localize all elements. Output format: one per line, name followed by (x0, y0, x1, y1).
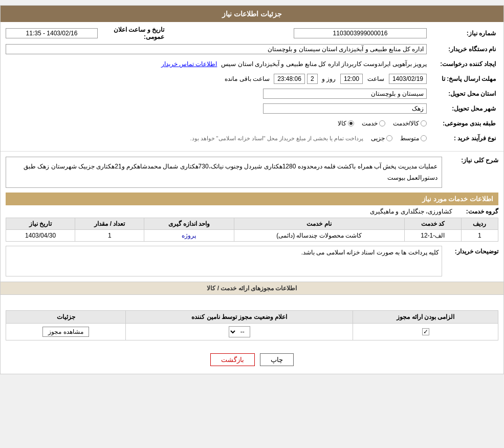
radio-dot-kala-khadmat (421, 120, 427, 126)
alam-select[interactable]: -- (229, 326, 250, 337)
mojozha-section-title: اطلاعات مجوزهای ارائه خدمت / کالا (1, 282, 503, 295)
footer-buttons: چاپ بازگشت (1, 346, 503, 374)
radio-dot-kala (348, 120, 354, 126)
nooe-option-motavaset: متوسط (400, 135, 419, 142)
col-tarikh: تاریخ نیاز (6, 218, 75, 230)
gorooh-label: گروه خدمت: (457, 208, 498, 215)
col-radif: ردیف (461, 218, 498, 230)
khadamat-section-title: اطلاعات خدمات مورد نیاز (6, 193, 498, 205)
mohlat-day-label: روز و (320, 75, 338, 82)
mohlat-remain-label: ساعت باقی مانده (223, 75, 272, 82)
sharh-content: عملیات مدیریت پخش آب همراه باکشت فلمه در… (6, 157, 442, 188)
ostan-value: سیستان و بلوچستان (263, 89, 427, 99)
shomara-niaz-value: 1103003999000016 (294, 28, 427, 38)
mohlat-time-remain: 23:48:06 (274, 74, 305, 84)
perm-col-alam: اعلام وضعیت مجوز توسط نامین کننده (126, 311, 353, 324)
radio-khadmat: خدمت (362, 120, 385, 127)
tozihat-label: توضیحات خریدار: (447, 246, 498, 255)
tarikh-label: تاریخ و ساعت اعلان عمومی: (98, 26, 169, 40)
shomara-niaz-label: شماره نیاز: (427, 30, 498, 37)
mohlat-label: مهلت ارسال پاسخ: تا (427, 75, 498, 82)
back-button[interactable]: بازگشت (210, 353, 255, 366)
elzami-checkbox: ✓ (422, 328, 429, 335)
radio-kala: کالا (338, 120, 354, 127)
nam-dastgah-label: نام دستگاه خریدار: (427, 46, 498, 53)
radio-dot-motavaset (421, 135, 427, 141)
mohlat-date: 1403/02/19 (389, 74, 427, 84)
perm-elzami: ✓ (353, 324, 498, 340)
col-name: نام خدمت (234, 218, 404, 230)
cell-vahed: پروژه (144, 230, 234, 242)
cell-tarikh: 1403/04/30 (6, 230, 75, 242)
shahr-value: زهک (263, 103, 427, 114)
mohlat-time-label: ساعت (365, 75, 386, 82)
radio-dot-jozii (386, 135, 392, 141)
perm-joziyat: مشاهده مجوز (6, 324, 126, 340)
radio-jozii: جزیی (371, 135, 392, 142)
print-button[interactable]: چاپ (260, 353, 294, 366)
radio-motavaset: متوسط (400, 135, 427, 142)
perm-table: الزامی بودن ارائه مجوز اعلام وضعیت مجوز … (6, 310, 498, 340)
col-tedad: تعداد / مقدار (75, 218, 144, 230)
perm-col-elzami: الزامی بودن ارائه مجوز (353, 311, 498, 324)
gorooh-value: کشاورزی، جنگلداری و ماهیگیری (370, 208, 452, 215)
cell-tedad: 1 (75, 230, 144, 242)
ijad-value: پرویز برآهویی ایراندوست کاربرداز اداره ک… (221, 60, 427, 68)
nooe-farayand-label: نوع فرآیند خرید : (427, 135, 498, 142)
radio-dot-khadmat (379, 120, 385, 126)
tabaqe-label: طبقه بندی موضوعی: (427, 120, 498, 127)
ettelaat-tamas-link[interactable]: اطلاعات تماس خریدار (161, 60, 217, 68)
view-mojoz-button[interactable]: مشاهده مجوز (42, 327, 89, 337)
table-row: 1 الف-1-12 کاشت محصولات چندساله (دائمی) … (6, 230, 498, 242)
nam-dastgah-value: اداره کل منابع طبیعی و آبخیزداری استان س… (6, 44, 427, 54)
cell-name: کاشت محصولات چندساله (دائمی) (234, 230, 404, 242)
perm-col-joziyat: جزئیات (6, 311, 126, 324)
tabaqe-option-1: کالا (338, 120, 346, 127)
tabaqe-option-3: کالا/خدمت (393, 120, 419, 127)
ijad-label: ایجاد کننده درخواست: (427, 60, 498, 68)
mohlat-days: 2 (307, 74, 318, 84)
sharh-label: شرح کلی نیاز: (447, 157, 498, 164)
mohlat-time: 12:00 (340, 74, 363, 84)
col-vahed: واحد اندازه گیری (144, 218, 234, 230)
perm-alam: -- (126, 324, 353, 340)
perm-row: ✓ -- مشاهده مجوز (6, 324, 498, 340)
tozihat-content: کلیه پرداخت ها به صورت اسناد خزانه اسلام… (6, 246, 442, 276)
ostan-label: استان محل تحویل: (427, 90, 498, 97)
cell-kod: الف-1-12 (404, 230, 461, 242)
page-title: جزئیات اطلاعات نیاز (1, 6, 503, 22)
shahr-label: شهر محل تحویل: (427, 105, 498, 112)
cell-radif: 1 (461, 230, 498, 242)
tabaqe-option-2: خدمت (362, 120, 378, 127)
nooe-note: پرداخت تمام یا بخشی از مبلغ خریداز محل "… (190, 135, 363, 142)
sharh-section: شرح کلی نیاز: عملیات مدیریت پخش آب همراه… (1, 152, 503, 190)
permissions-section: الزامی بودن ارائه مجوز اعلام وضعیت مجوز … (1, 295, 503, 346)
khadamat-table: ردیف کد خدمت نام خدمت واحد اندازه گیری ت… (6, 218, 498, 242)
radio-kala-khadmat: کالا/خدمت (393, 120, 427, 127)
tarikh-value: 1403/02/16 - 11:35 (6, 28, 98, 38)
col-kod: کد خدمت (404, 218, 461, 230)
nooe-option-jozii: جزیی (371, 135, 385, 142)
